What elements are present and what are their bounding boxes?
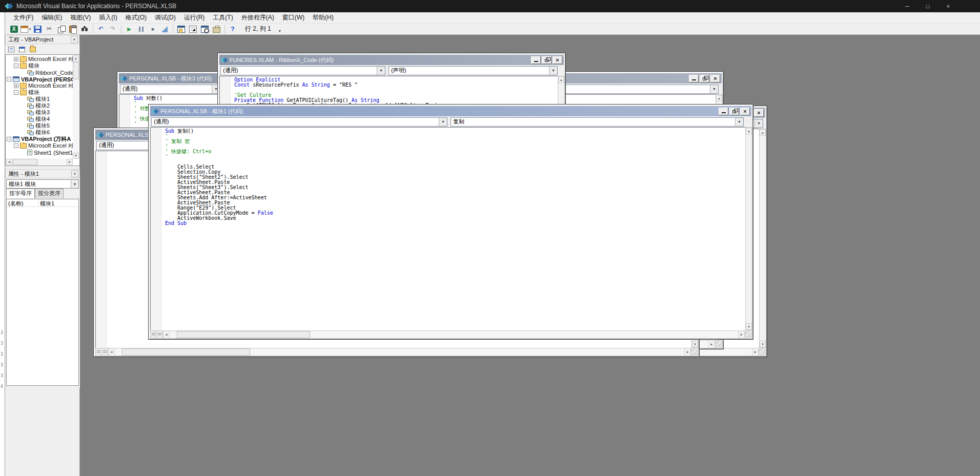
chevron-down-icon[interactable]: ▼ bbox=[377, 67, 385, 75]
tree-expander-icon[interactable]: - bbox=[14, 143, 18, 148]
scroll-right-icon[interactable]: ► bbox=[708, 341, 715, 348]
object-selector-combo[interactable]: 模块1 模块 ▼ bbox=[6, 179, 79, 189]
tree-item[interactable]: -Microsoft Excel 对象 bbox=[6, 142, 73, 149]
vertical-scrollbar[interactable]: ▲▼ bbox=[745, 127, 752, 330]
chevron-down-icon[interactable]: ▼ bbox=[754, 119, 763, 128]
chevron-down-icon[interactable]: ▾ bbox=[29, 27, 31, 31]
window-restore-button[interactable] bbox=[729, 108, 739, 115]
project-panel-header[interactable]: 工程 - VBAProject × bbox=[5, 35, 79, 44]
tree-expander-icon[interactable]: - bbox=[7, 137, 11, 141]
resize-grip[interactable] bbox=[691, 348, 699, 356]
chevron-down-icon[interactable]: ▼ bbox=[735, 118, 743, 126]
hscroll-track[interactable] bbox=[170, 331, 738, 338]
tree-item[interactable]: +Microsoft Excel 对象 bbox=[6, 82, 73, 89]
help-button[interactable]: ? bbox=[227, 24, 238, 34]
code-window-title-bar[interactable]: FUNCRES.XLAM - RibbonX_Code (代码)× bbox=[219, 55, 564, 65]
tree-item[interactable]: 模块3 bbox=[6, 109, 73, 116]
chevron-down-icon[interactable]: ▼ bbox=[439, 118, 447, 126]
procedure-view-button[interactable] bbox=[96, 348, 102, 356]
tree-item[interactable]: 模块4 bbox=[6, 116, 73, 122]
window-restore-button[interactable] bbox=[700, 75, 709, 82]
view-excel-button[interactable]: X bbox=[8, 24, 19, 34]
object-combo[interactable]: (通用)▼ bbox=[220, 66, 385, 75]
window-restore-button[interactable] bbox=[542, 56, 552, 64]
tree-scroll-up-icon[interactable]: ▲ bbox=[73, 55, 79, 61]
tab-categorized[interactable]: 按分类序 bbox=[35, 189, 64, 198]
scroll-right-icon[interactable]: ► bbox=[752, 348, 759, 356]
scroll-up-icon[interactable]: ▲ bbox=[716, 95, 722, 101]
window-minimize-button[interactable] bbox=[719, 108, 728, 115]
toolbox-button[interactable] bbox=[211, 24, 222, 34]
property-value[interactable]: 模块1 bbox=[38, 199, 78, 206]
scroll-right-icon[interactable]: ► bbox=[738, 331, 745, 338]
scroll-up-icon[interactable]: ▲ bbox=[558, 76, 564, 83]
vertical-scrollbar[interactable]: ▲▼ bbox=[759, 129, 766, 348]
tree-expander-icon[interactable]: + bbox=[14, 84, 18, 88]
chevron-down-icon[interactable]: ▼ bbox=[71, 180, 78, 188]
tree-scroll-left-icon[interactable]: ◄ bbox=[6, 159, 12, 165]
tree-item[interactable]: 模块1 bbox=[6, 96, 73, 102]
tab-alphabetic[interactable]: 按字母序 bbox=[6, 189, 35, 198]
tree-item[interactable]: -VBAProject (万科A bbox=[6, 136, 73, 142]
tree-item[interactable]: 模块6 bbox=[6, 129, 73, 136]
procedure-view-button[interactable] bbox=[151, 331, 157, 338]
run-button[interactable]: ▶ bbox=[124, 24, 135, 34]
insert-userform-button[interactable]: ▾ bbox=[20, 24, 31, 34]
tree-item[interactable]: RibbonX_Code bbox=[6, 69, 73, 76]
chevron-down-icon[interactable]: ▼ bbox=[710, 85, 718, 93]
horizontal-scrollbar[interactable]: ◄► bbox=[95, 348, 691, 356]
code-editor[interactable]: Sub 复制()'' 复制 宏'' 快捷键: Ctrl+o' Cells.Sel… bbox=[150, 127, 745, 330]
properties-window-button[interactable] bbox=[187, 24, 198, 34]
window-close-button[interactable]: × bbox=[710, 75, 720, 82]
scroll-right-icon[interactable]: ► bbox=[684, 348, 691, 356]
save-button[interactable] bbox=[32, 24, 43, 34]
horizontal-scrollbar[interactable]: ◄► bbox=[150, 330, 745, 339]
tree-item[interactable]: 模块5 bbox=[6, 122, 73, 129]
scroll-left-icon[interactable]: ◄ bbox=[108, 348, 115, 356]
toggle-folders-button[interactable] bbox=[28, 45, 37, 53]
paste-button[interactable] bbox=[67, 24, 78, 34]
minimize-button[interactable]: ─ bbox=[897, 0, 917, 12]
cut-button[interactable]: ✂ bbox=[44, 24, 55, 34]
code-window-title-bar[interactable]: PERSONAL.XLSB - 模块1 (代码)× bbox=[150, 106, 751, 116]
window-close-button[interactable]: × bbox=[740, 108, 750, 115]
tree-item[interactable]: -模块 bbox=[6, 89, 73, 96]
tree-expander-icon[interactable]: + bbox=[14, 57, 18, 61]
property-row[interactable]: (名称) 模块1 bbox=[7, 199, 78, 207]
redo-button[interactable]: ↷ bbox=[107, 24, 118, 34]
menu-item[interactable]: 调试(D) bbox=[151, 12, 180, 24]
object-combo[interactable]: (通用)▼ bbox=[120, 85, 220, 94]
scroll-left-icon[interactable]: ◄ bbox=[163, 331, 170, 338]
app-title-bar[interactable]: Microsoft Visual Basic for Applications … bbox=[0, 0, 980, 12]
scroll-down-icon[interactable]: ▼ bbox=[760, 341, 766, 347]
window-minimize-button[interactable] bbox=[689, 75, 699, 82]
tree-item[interactable]: Sheet1 (Sheet1) bbox=[6, 149, 73, 156]
hscroll-thumb[interactable] bbox=[177, 331, 310, 338]
undo-button[interactable]: ↶ bbox=[95, 24, 107, 34]
tree-hscroll-thumb[interactable] bbox=[13, 159, 37, 165]
menu-item[interactable]: 帮助(H) bbox=[309, 12, 338, 24]
menu-item[interactable]: 格式(O) bbox=[121, 12, 151, 24]
menu-item[interactable]: 编辑(E) bbox=[37, 12, 66, 24]
full-module-view-button[interactable] bbox=[157, 331, 163, 338]
menu-item[interactable]: 窗口(W) bbox=[278, 12, 309, 24]
find-button[interactable] bbox=[79, 24, 90, 34]
project-panel-close-icon[interactable]: × bbox=[71, 36, 78, 43]
menu-item[interactable]: 外接程序(A) bbox=[237, 12, 278, 24]
procedure-combo[interactable]: 复制▼ bbox=[451, 117, 744, 127]
properties-panel-close-icon[interactable]: × bbox=[71, 170, 78, 177]
menu-item[interactable]: 文件(F) bbox=[9, 12, 37, 24]
menu-item[interactable]: 视图(V) bbox=[66, 12, 95, 24]
tree-item[interactable]: -VBAProject (PERSONAL.XLSB) bbox=[6, 76, 73, 82]
scroll-up-icon[interactable]: ▲ bbox=[746, 128, 752, 134]
object-combo[interactable]: (通用)▼ bbox=[151, 117, 447, 127]
menu-item[interactable]: 插入(I) bbox=[95, 12, 121, 24]
menu-item[interactable]: 运行(R) bbox=[180, 12, 209, 24]
maximize-button[interactable]: □ bbox=[917, 0, 938, 12]
window-minimize-button[interactable] bbox=[531, 56, 541, 64]
view-object-button[interactable] bbox=[17, 45, 27, 53]
menu-item[interactable]: 工具(T) bbox=[209, 12, 237, 24]
view-code-button[interactable] bbox=[7, 45, 16, 53]
close-button[interactable]: × bbox=[938, 0, 958, 12]
tree-item[interactable]: +Microsoft Excel 对象 bbox=[6, 56, 73, 63]
